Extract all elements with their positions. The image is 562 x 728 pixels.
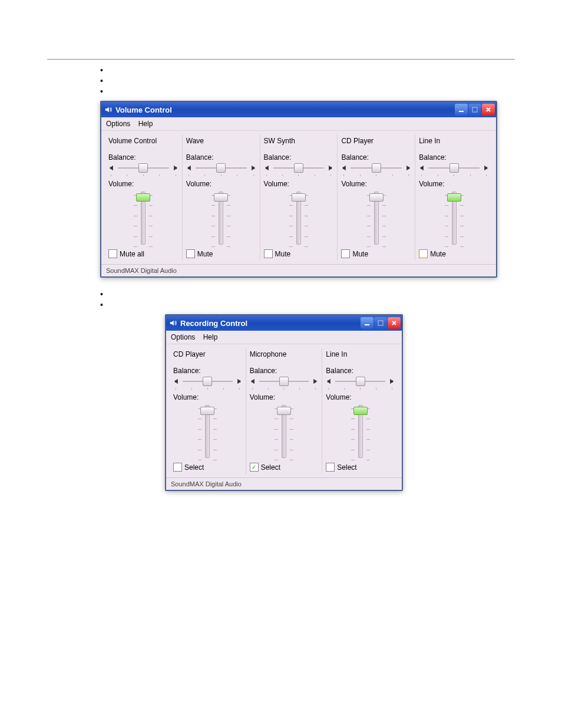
balance-slider[interactable] [351,163,402,173]
volume-label: Volume: [326,393,395,401]
volume-label: Volume: [108,180,178,188]
balance-slider[interactable] [428,163,480,173]
speaker-left-icon [326,377,334,386]
balance-label: Balance: [173,367,242,375]
menu-help[interactable]: Help [202,332,223,342]
speaker-right-icon [403,164,411,172]
recording-channels: CD Player Balance: Volume: Select Microp… [166,344,402,477]
balance-label: Balance: [186,153,256,162]
volume-control-window: Volume Control Options Help Volume Contr… [100,101,497,278]
menu-help[interactable]: Help [137,118,158,129]
mute-checkbox[interactable] [341,249,350,258]
speaker-right-icon [325,164,333,172]
select-label: Select [337,463,356,472]
channel-title: Line In [326,350,395,358]
volume-slider[interactable] [134,192,153,243]
mute-label: Mute all [120,250,144,258]
channel-title: Line In [419,137,489,145]
volume-slider[interactable] [275,405,293,457]
menu-options[interactable]: Options [105,118,135,129]
volume-slider[interactable] [351,405,370,457]
balance-slider[interactable] [259,376,309,387]
balance-ticks [108,174,178,176]
speaker-left-icon [108,164,117,172]
close-button[interactable] [388,317,401,329]
volume-slider[interactable] [211,192,230,243]
balance-slider[interactable] [196,163,247,173]
statusbar: SoundMAX Digital Audio [101,264,496,276]
select-label: Select [261,463,280,472]
balance-ticks [186,174,256,176]
statusbar: SoundMAX Digital Audio [166,477,402,490]
balance-ticks [419,174,489,176]
volume-label: Volume: [419,180,489,188]
svg-rect-0 [459,111,464,112]
volume-slider[interactable] [445,192,464,243]
channel-title: CD Player [173,350,242,358]
balance-ticks [250,388,319,390]
minimize-button[interactable] [361,317,373,329]
svg-rect-3 [378,321,383,325]
channel-title: Microphone [250,350,319,358]
channel-title: SW Synth [264,137,334,145]
titlebar[interactable]: Volume Control [101,102,496,117]
balance-slider[interactable] [183,376,233,387]
select-checkbox[interactable] [173,463,182,472]
mute-checkbox[interactable] [419,249,428,258]
channel-title: Wave [186,137,256,145]
balance-ticks [326,388,395,390]
titlebar[interactable]: Recording Control [166,315,402,331]
balance-slider[interactable] [118,163,169,173]
channel-sw synth: SW Synth Balance: Volume: Mute [260,134,338,261]
speaker-right-icon [386,377,395,386]
volume-slider[interactable] [367,192,386,243]
speaker-right-icon [248,164,256,172]
volume-label: Volume: [250,393,319,401]
channel-wave: Wave Balance: Volume: Mute [183,134,260,261]
balance-slider[interactable] [335,376,385,387]
speaker-right-icon [481,164,489,172]
speaker-left-icon [173,377,181,386]
balance-label: Balance: [419,153,489,162]
mute-checkbox[interactable] [186,249,195,258]
menubar: Options Help [101,117,496,131]
close-button[interactable] [482,104,495,116]
channel-line in: Line In Balance: Volume: Mute [415,134,492,261]
volume-channels: Volume Control Balance: Volume: Mute all… [101,131,496,264]
balance-label: Balance: [326,367,395,375]
balance-ticks [264,174,334,176]
maximize-button [468,104,481,116]
bullets-above-recording [100,289,562,311]
channel-cd player: CD Player Balance: Volume: Select [170,348,246,474]
mute-label: Mute [275,250,291,258]
balance-slider[interactable] [273,163,325,173]
speaker-left-icon [250,377,258,386]
maximize-button [374,317,387,329]
channel-title: CD Player [341,137,411,145]
mute-label: Mute [197,250,213,258]
channel-microphone: Microphone Balance: Volume: ✓ Select [246,348,323,474]
speaker-left-icon [264,164,272,172]
speaker-icon [104,105,113,114]
minimize-button[interactable] [455,104,468,116]
menu-options[interactable]: Options [170,332,200,342]
channel-volume control: Volume Control Balance: Volume: Mute all [105,134,183,261]
volume-slider[interactable] [198,405,217,457]
mute-checkbox[interactable] [264,249,273,258]
recording-control-window: Recording Control Options Help CD Player… [165,314,403,491]
balance-ticks [173,388,242,390]
select-checkbox[interactable]: ✓ [250,463,259,472]
balance-ticks [341,174,411,176]
mute-label: Mute [352,250,368,258]
balance-label: Balance: [264,153,334,162]
svg-rect-1 [472,107,477,112]
window-title: Recording Control [180,319,247,328]
volume-slider[interactable] [289,192,308,243]
mute-checkbox[interactable] [108,249,117,258]
select-checkbox[interactable] [326,463,335,472]
speaker-right-icon [234,377,242,386]
speaker-left-icon [341,164,349,172]
select-label: Select [184,463,204,472]
bullets-above-volume [100,65,562,97]
menubar: Options Help [166,331,402,344]
